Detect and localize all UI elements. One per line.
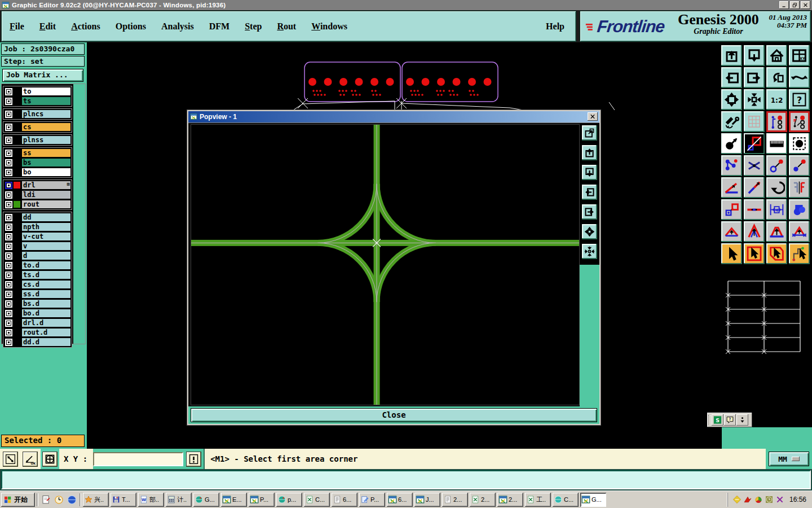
menu-dfm[interactable]: DFM [209, 21, 230, 31]
popview-pan-down-button[interactable] [582, 165, 597, 180]
layer-name[interactable]: cs [21, 122, 71, 132]
minimize-button[interactable] [779, 1, 789, 9]
task-button-1[interactable]: T... [111, 493, 136, 507]
layer-name[interactable]: ldi [21, 190, 71, 199]
toolbar-view-copy-up[interactable] [721, 45, 742, 66]
toolbar-pan-into-left[interactable] [721, 67, 742, 88]
layer-checkbox[interactable] [5, 281, 12, 288]
popview-popview-duplicate-button[interactable] [582, 125, 597, 141]
popview-zoom-in-box-button[interactable] [582, 244, 597, 259]
toolbar-grid-setup[interactable] [744, 111, 765, 132]
measure-ok-button[interactable]: OK [23, 452, 38, 467]
toolbar-delete-cross[interactable] [744, 155, 765, 176]
popview-pan-up-button[interactable] [582, 145, 597, 160]
layer-checkbox[interactable] [5, 329, 12, 336]
tray-color-icon[interactable] [754, 495, 763, 504]
grid-window-button[interactable] [42, 452, 58, 467]
layer-name[interactable]: cs.d [21, 280, 71, 289]
toolbar-view-copy-down[interactable] [744, 45, 765, 66]
layer-row-to.d[interactable]: to.d [4, 261, 71, 270]
layer-name[interactable]: to.d [21, 261, 71, 270]
layer-name[interactable]: dd [21, 213, 71, 222]
layer-row-cs[interactable]: cs [4, 122, 71, 132]
layer-name[interactable]: rout.d [21, 328, 71, 337]
layer-checkbox[interactable] [5, 233, 12, 240]
toolbar-surface-arrow-tall[interactable] [744, 221, 765, 242]
layer-checkbox[interactable] [5, 191, 12, 199]
toolbar-select-symbol[interactable] [721, 133, 742, 154]
tray-pencil-icon[interactable] [732, 495, 742, 504]
toolbar-select-frame[interactable] [744, 243, 765, 264]
layer-name[interactable]: plncs [21, 110, 71, 119]
layer-name[interactable]: d [21, 251, 71, 260]
menu-edit[interactable]: Edit [39, 21, 56, 31]
task-button-16[interactable]: 工.. [525, 493, 551, 507]
layer-name[interactable]: bs [21, 158, 71, 167]
toolbar-surface-arrow-low[interactable] [721, 221, 742, 242]
layer-row-bs[interactable]: bs [4, 158, 71, 167]
task-button-10[interactable]: P... [359, 493, 385, 507]
toolbar-surface-arrow-flat[interactable] [766, 221, 787, 242]
toolbar-redraw-path[interactable] [789, 67, 810, 88]
tray-red-icon[interactable] [743, 495, 752, 504]
layer-checkbox[interactable] [5, 310, 12, 317]
toolbar-merge-shapes[interactable] [789, 199, 810, 220]
popview-viewport[interactable] [191, 124, 580, 406]
task-button-11[interactable]: 6... [387, 493, 413, 507]
toolbar-zoom-center[interactable] [744, 89, 765, 110]
quicklaunch-ql-globe[interactable] [66, 494, 78, 506]
layer-row-rout.d[interactable]: rout.d [4, 328, 71, 337]
task-button-6[interactable]: P... [249, 493, 275, 507]
menu-rout[interactable]: Rout [277, 21, 296, 31]
toolbar-chain-select[interactable] [721, 155, 742, 176]
task-button-12[interactable]: J... [414, 493, 440, 507]
layer-name[interactable]: v [21, 242, 71, 251]
restore-button[interactable] [790, 1, 800, 9]
layer-name[interactable]: drl.d [21, 318, 71, 327]
units-button[interactable]: MM [769, 452, 809, 466]
toolbar-zoom-out-margins[interactable] [721, 89, 742, 110]
toolbar-select-net-arrow[interactable] [789, 243, 810, 264]
units-handle[interactable] [792, 457, 800, 461]
layer-row-ldi[interactable]: ldi [4, 190, 71, 199]
layer-row-drl[interactable]: drl⊞ [4, 181, 71, 190]
toolbar-grip[interactable] [708, 415, 710, 425]
layer-checkbox[interactable] [5, 224, 12, 231]
task-button-17[interactable]: C... [553, 493, 579, 507]
layer-name[interactable]: ts.d [21, 270, 71, 279]
task-button-4[interactable]: G... [193, 493, 219, 507]
layer-row-plncs[interactable]: plncs [4, 110, 71, 119]
task-button-5[interactable]: E... [221, 493, 247, 507]
toolbar-select-arrow[interactable] [721, 243, 742, 264]
layer-name[interactable]: drl⊞ [21, 181, 71, 190]
toolbar-window-split-xy[interactable]: XY [789, 45, 810, 66]
layer-name[interactable]: bs.d [21, 299, 71, 308]
quicklaunch-ql-notes[interactable] [40, 494, 52, 506]
layer-name[interactable]: dd.d [21, 338, 71, 347]
task-button-3[interactable]: 计.. [166, 493, 192, 507]
quicklaunch-ql-clock[interactable] [53, 494, 65, 506]
layer-name[interactable]: ts [21, 97, 71, 106]
toolbar-measure-width[interactable]: 4 [766, 199, 787, 220]
layer-row-d[interactable]: d [4, 251, 71, 260]
layer-checkbox[interactable] [5, 252, 12, 260]
layer-name[interactable]: bo.d [21, 309, 71, 318]
job-matrix-button[interactable]: Job Matrix ... [2, 69, 83, 82]
popview-close-button[interactable]: Close [191, 408, 597, 422]
start-button[interactable]: 开始 [1, 493, 35, 507]
toolbar-break-segment[interactable] [744, 199, 765, 220]
layer-name[interactable]: plnss [21, 135, 71, 144]
toolbar-pan-out-right[interactable] [744, 67, 765, 88]
menu-actions[interactable]: Actions [71, 21, 100, 31]
xy-input[interactable] [93, 452, 183, 466]
toolbar-angle-measure[interactable] [721, 177, 742, 198]
layer-row-v[interactable]: v [4, 242, 71, 251]
layer-row-cs.d[interactable]: cs.d [4, 280, 71, 289]
spinner-ud-button[interactable] [736, 414, 748, 426]
toolbar-copy-to-point[interactable] [766, 155, 787, 176]
tray-clock-icon[interactable] [765, 495, 774, 504]
menu-help[interactable]: Help [546, 21, 564, 32]
menu-windows[interactable]: Windows [311, 21, 347, 31]
layer-checkbox[interactable] [5, 159, 12, 167]
layer-row-to[interactable]: to [4, 87, 71, 96]
